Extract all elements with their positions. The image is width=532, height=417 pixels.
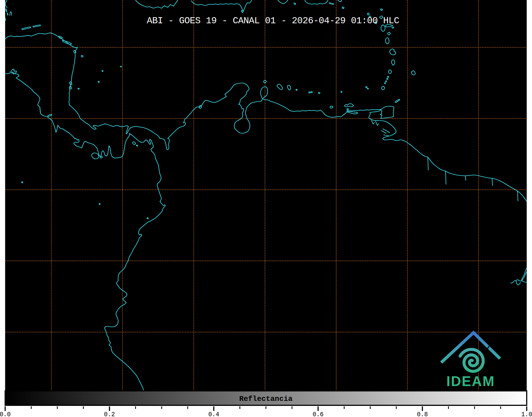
svg-text:Reflectancia: Reflectancia: [239, 395, 293, 403]
svg-text:ABI - GOES 19 - CANAL 01 - 202: ABI - GOES 19 - CANAL 01 - 2026-04-29 01…: [147, 16, 399, 26]
svg-text:0.4: 0.4: [208, 411, 219, 417]
svg-text:1.0: 1.0: [521, 411, 532, 417]
svg-text:0.0: 0.0: [0, 411, 11, 417]
svg-text:0.8: 0.8: [417, 411, 428, 417]
svg-text:0.2: 0.2: [104, 411, 115, 417]
svg-text:IDEAM: IDEAM: [446, 373, 495, 389]
svg-text:0.6: 0.6: [313, 411, 324, 417]
